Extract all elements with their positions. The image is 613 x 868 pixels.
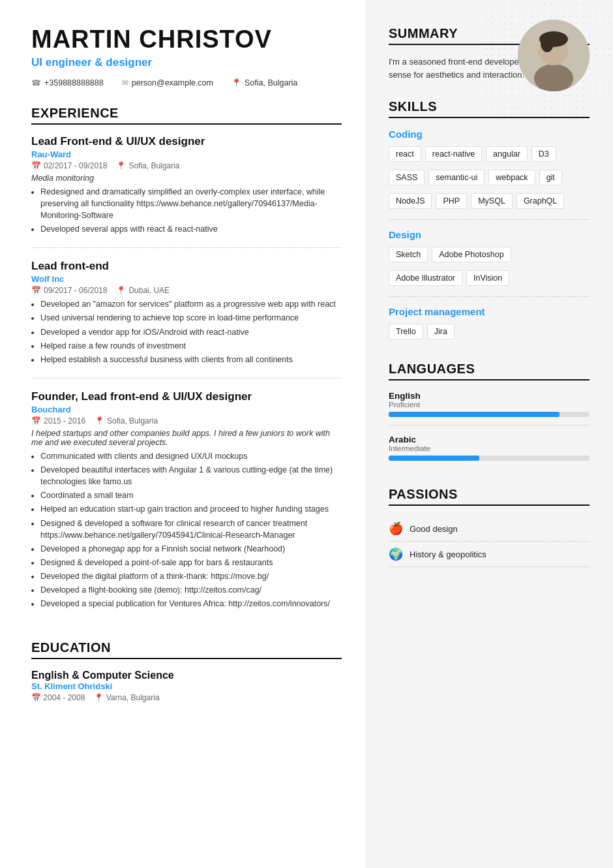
skill-category-heading: Coding [389,129,590,140]
passion-item: 🌍 History & geopolitics [389,542,590,567]
job-company: Bouchard [31,405,342,414]
language-name: English [389,391,590,401]
education-list: English & Computer Science St. Kliment O… [31,670,342,702]
skill-tags-grid: reactreact-nativeangularD3SASSsemantic-u… [389,146,590,213]
skill-tag: webpack [488,170,535,185]
skill-tag: InVision [466,270,509,286]
passions-container: 🍎 Good design 🌍 History & geopolitics [389,516,590,567]
skill-tag: D3 [531,146,556,162]
job-title: Lead front-end [31,260,342,273]
job-bullet: Coordinated a small team [40,489,342,501]
edu-degree: English & Computer Science [31,670,342,681]
svg-point-4 [541,34,554,52]
job-bullet: Used universal rendering to achieve top … [40,312,342,324]
job-item: Lead Front-end & UI/UX designer Rau-Ward… [31,135,342,249]
email-icon: ✉ [122,78,128,87]
job-bullet: Helped an education start-up gain tracti… [40,503,342,515]
job-bullet: Developed several apps with react & reac… [40,223,342,235]
language-bar-fill [389,456,479,461]
phone-contact: ☎ +359888888888 [31,78,104,87]
job-location: 📍 Sofia, Bulgaria [95,416,158,426]
edu-meta: 📅 2004 - 2008 📍 Varna, Bulgaria [31,693,342,702]
language-item: Arabic Intermediate [389,435,590,469]
job-meta: 📅 02/2017 - 09/2018 📍 Sofia, Bulgaria [31,161,342,170]
svg-point-1 [534,64,573,91]
passion-icon: 🌍 [389,547,403,561]
profile-photo [518,20,590,91]
job-bullet: Developed a phonegap app for a Finnish s… [40,543,342,555]
header: MARTIN CHRISTOV UI engineer & designer ☎… [31,26,342,87]
location-icon: 📍 [232,78,241,87]
skill-tag: react [389,146,421,162]
skill-tag: PHP [436,193,467,209]
job-bullet: Developed an "amazon for services" platf… [40,298,342,310]
job-company: Rau-Ward [31,149,342,159]
calendar-icon: 📅 [31,416,41,426]
skill-tags-grid: TrelloJira [389,324,590,343]
language-item: English Proficient [389,391,590,426]
location-pin-icon: 📍 [116,286,126,295]
skills-divider [389,219,590,220]
passion-icon: 🍎 [389,521,403,536]
calendar-icon: 📅 [31,286,41,295]
language-name: Arabic [389,435,590,444]
phone-value: +359888888888 [44,78,104,87]
edu-location: 📍 Varna, Bulgaria [94,693,159,702]
passions-heading: PASSIONS [389,487,590,506]
skill-category-heading: Project management [389,306,590,317]
job-title: Lead Front-end & UI/UX designer [31,135,342,148]
calendar-icon: 📅 [31,161,41,170]
job-company: Wolf Inc [31,274,342,284]
job-description: Media monitoring [31,174,342,183]
job-meta: 📅 2015 - 2016 📍 Sofia, Bulgaria [31,416,342,426]
email-contact: ✉ person@example.com [122,78,213,87]
passion-label: History & geopolitics [410,550,486,559]
passion-label: Good design [410,524,458,534]
jobs-list: Lead Front-end & UI/UX designer Rau-Ward… [31,135,342,623]
job-item: Lead front-end Wolf Inc 📅 09/2017 - 06/2… [31,260,342,379]
job-bullet: Developed beautiful interfaces with Angu… [40,464,342,488]
skill-tag: Adobe Photoshop [432,247,511,262]
skill-tag: Adobe Illustrator [389,270,462,286]
skill-tag: Jira [427,324,455,339]
skill-tag: SASS [389,170,425,185]
edu-dates: 📅 2004 - 2008 [31,693,85,702]
phone-icon: ☎ [31,78,41,87]
job-bullet: Developed a flight-booking site (demo): … [40,584,342,596]
email-value: person@example.com [132,78,213,87]
skills-heading: SKILLS [389,99,590,118]
job-bullet: Designed & developed a point-of-sale app… [40,557,342,568]
education-item: English & Computer Science St. Kliment O… [31,670,342,702]
job-location: 📍 Sofia, Bulgaria [116,161,179,170]
language-bar-fill [389,412,560,417]
job-item: Founder, Lead front-end & UI/UX designer… [31,390,342,623]
job-location: 📍 Dubai, UAE [116,286,170,295]
skill-tag: semantic-ui [428,170,485,185]
candidate-title: UI engineer & designer [31,56,342,69]
skill-tag: angular [486,146,528,162]
resume-page: MARTIN CHRISTOV UI engineer & designer ☎… [0,0,613,868]
job-bullet: Redesigned and dramatically simplified a… [40,186,342,221]
job-bullet: Designed & developed a software for clin… [40,518,342,541]
language-bar-bg [389,456,590,461]
skill-tag: react-native [425,146,482,162]
edu-school: St. Kliment Ohridski [31,681,342,691]
job-bullet: Developed the digital platform of a thin… [40,570,342,582]
skill-tag: Sketch [389,247,428,262]
left-column: MARTIN CHRISTOV UI engineer & designer ☎… [0,0,365,868]
passion-item: 🍎 Good design [389,516,590,542]
skill-tag: GraphQL [516,193,564,209]
job-title: Founder, Lead front-end & UI/UX designer [31,390,342,403]
skill-tag: MySQL [471,193,513,209]
experience-heading: EXPERIENCE [31,106,342,125]
job-bullet: Developed a vendor app for iOS/Android w… [40,326,342,338]
contact-row: ☎ +359888888888 ✉ person@example.com 📍 S… [31,78,342,87]
job-bullet: Developed a special publication for Vent… [40,598,342,610]
location-pin-icon: 📍 [95,416,104,426]
skills-divider [389,296,590,297]
skill-category-heading: Design [389,229,590,240]
skill-tag: Trello [389,324,423,339]
skill-tag: NodeJS [389,193,432,209]
job-dates: 📅 02/2017 - 09/2018 [31,161,107,170]
languages-heading: LANGUAGES [389,362,590,380]
